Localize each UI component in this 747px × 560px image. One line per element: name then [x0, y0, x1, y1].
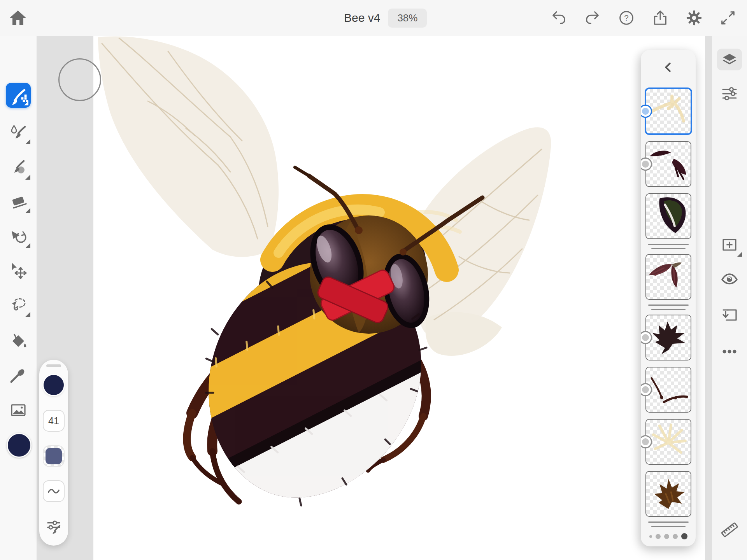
tool-eyedropper[interactable] — [9, 366, 28, 384]
tool-pixel-brush[interactable] — [6, 83, 31, 108]
eraser-icon — [9, 192, 28, 210]
gear-icon — [685, 9, 703, 27]
layers-panel — [641, 50, 696, 546]
brush-smoothing-button[interactable] — [43, 480, 65, 502]
share-button[interactable] — [651, 9, 669, 27]
layer-list — [641, 88, 696, 528]
ellipsis-icon — [720, 342, 739, 361]
add-layer-button[interactable] — [720, 236, 739, 254]
move-icon — [9, 261, 28, 280]
tool-live-brush[interactable] — [9, 123, 28, 142]
tool-eraser[interactable] — [9, 192, 28, 210]
panel-drag-handle[interactable] — [46, 364, 61, 367]
layers-icon — [721, 51, 738, 68]
layer-thumbnail-antennae[interactable] — [645, 367, 691, 413]
redo-icon — [584, 9, 601, 27]
share-export-icon — [651, 9, 669, 27]
layer-properties-icon — [720, 84, 739, 103]
page-dot[interactable] — [664, 534, 669, 539]
brush-size-preview — [58, 58, 101, 101]
layer-thumbnail-dark-fur[interactable] — [645, 141, 691, 187]
add-layer-icon — [720, 236, 739, 254]
fresco-app: { "top_bar": { "title": "Bee v4", "zoom_… — [0, 0, 747, 560]
brush-opacity-swatch[interactable] — [44, 446, 64, 466]
page-dot[interactable] — [681, 533, 687, 539]
layer-page-dots[interactable] — [641, 531, 696, 542]
top-bar: Bee v4 38% ? — [0, 0, 747, 36]
tool-options-indicator — [25, 208, 30, 213]
layer-thumbnail-brown-fur[interactable] — [645, 471, 691, 517]
page-dot[interactable] — [656, 534, 661, 539]
mixer-brush-icon — [9, 158, 28, 177]
layer-thumbnail-starburst[interactable] — [645, 419, 691, 465]
home-icon — [9, 9, 27, 27]
shape-transform-icon — [9, 227, 28, 245]
layer-group-separator — [641, 244, 696, 249]
tool-options-indicator — [25, 139, 30, 144]
tool-shape-transform[interactable] — [9, 227, 28, 245]
eyedropper-icon — [9, 366, 28, 384]
layer-group-separator — [641, 304, 696, 310]
more-options-button[interactable] — [720, 342, 739, 361]
chevron-left-icon — [660, 59, 677, 76]
layers-panel-collapse[interactable] — [641, 55, 696, 79]
smoothing-curve-icon — [46, 483, 61, 499]
fullscreen-button[interactable] — [719, 9, 737, 27]
layer-visibility-button[interactable] — [720, 270, 739, 289]
home-button[interactable] — [9, 9, 27, 27]
layers-tab[interactable] — [717, 49, 742, 70]
tool-options-indicator — [24, 101, 28, 105]
layer-properties-button[interactable] — [720, 84, 739, 103]
tool-options-indicator — [25, 243, 30, 248]
document-title-group: Bee v4 38% — [344, 0, 427, 36]
brush-opacity-fill — [46, 448, 62, 464]
canvas[interactable] — [93, 36, 705, 560]
undo-icon — [550, 9, 568, 27]
merge-down-button[interactable] — [720, 306, 739, 325]
tool-mixer-brush[interactable] — [9, 158, 28, 177]
tool-place-image[interactable] — [9, 401, 28, 419]
tool-options-indicator — [25, 312, 30, 317]
brush-options-panel: 41 — [39, 360, 68, 546]
expand-icon — [719, 9, 737, 27]
merge-down-icon — [720, 306, 739, 325]
layer-thumbnail-spiky-fur[interactable] — [645, 315, 691, 360]
help-icon: ? — [617, 9, 635, 27]
tool-fill[interactable] — [9, 331, 28, 350]
eye-icon — [720, 270, 739, 289]
brush-settings-icon — [45, 518, 63, 536]
undo-button[interactable] — [550, 9, 568, 27]
paint-bucket-icon — [9, 331, 28, 350]
tool-bar — [0, 36, 37, 560]
bee-artwork — [93, 36, 705, 560]
image-icon — [9, 401, 28, 419]
lasso-icon — [9, 296, 28, 314]
top-bar-actions: ? — [550, 0, 737, 36]
page-dot[interactable] — [649, 535, 652, 538]
zoom-level-badge[interactable]: 38% — [388, 9, 427, 28]
layer-thumbnail-maroon-fur[interactable] — [645, 254, 691, 300]
document-title: Bee v4 — [344, 11, 380, 24]
add-layer-options-indicator — [737, 252, 742, 257]
layer-thumbnail-eye-shell[interactable] — [645, 193, 691, 239]
right-sidebar — [712, 36, 747, 560]
layer-thumbnail-glow[interactable] — [645, 88, 692, 135]
live-brush-icon — [9, 123, 28, 142]
brush-size-value[interactable]: 41 — [43, 410, 65, 432]
ruler-icon — [720, 520, 739, 539]
tool-options-indicator — [25, 175, 30, 180]
tool-move[interactable] — [9, 261, 28, 280]
brush-settings-button[interactable] — [45, 518, 63, 536]
svg-text:?: ? — [624, 14, 628, 22]
layer-group-separator — [641, 522, 696, 527]
redo-button[interactable] — [584, 9, 601, 27]
settings-button[interactable] — [685, 9, 703, 27]
ruler-button[interactable] — [720, 520, 739, 539]
page-dot[interactable] — [673, 534, 678, 539]
active-color-swatch[interactable] — [7, 433, 32, 458]
brush-color-swatch[interactable] — [44, 375, 64, 395]
help-button[interactable]: ? — [617, 9, 635, 27]
tool-lasso-select[interactable] — [9, 296, 28, 314]
